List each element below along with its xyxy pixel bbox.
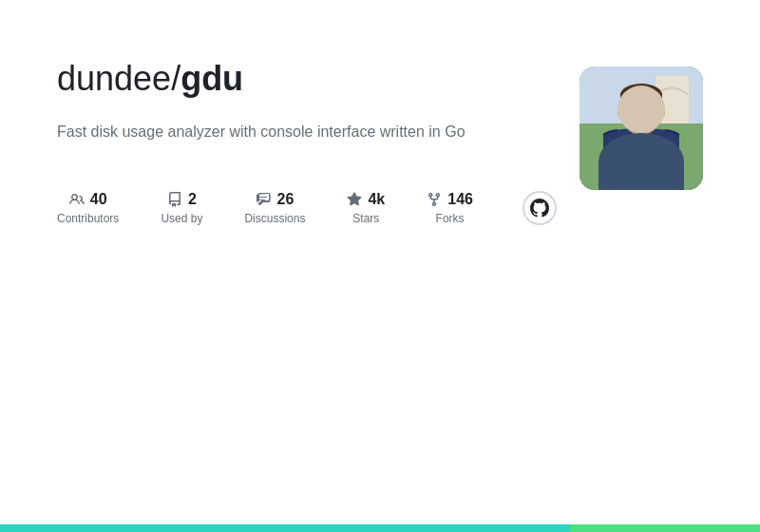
stat-contributors[interactable]: 40 Contributors <box>57 191 119 225</box>
used-by-count: 2 <box>188 191 197 208</box>
used-by-icon <box>167 192 182 207</box>
repo-title: dundee/gdu <box>57 57 580 102</box>
contributors-label: Contributors <box>57 212 119 225</box>
avatar <box>580 66 703 190</box>
left-section: dundee/gdu Fast disk usage analyzer with… <box>57 57 580 225</box>
stat-stars[interactable]: 4k Stars <box>347 191 385 225</box>
avatar-section <box>580 57 703 190</box>
avatar-svg <box>580 66 703 190</box>
stars-count: 4k <box>368 191 385 208</box>
svg-point-10 <box>619 138 625 143</box>
svg-point-4 <box>620 84 662 106</box>
used-by-label: Used by <box>161 212 202 225</box>
contributors-count: 40 <box>90 191 107 208</box>
svg-rect-5 <box>620 93 662 108</box>
discussions-label: Discussions <box>244 212 305 225</box>
contributors-icon <box>69 192 85 207</box>
stat-discussions[interactable]: 26 Discussions <box>244 191 305 225</box>
repo-owner: dundee/ <box>57 59 180 98</box>
repo-name: gdu <box>180 59 243 98</box>
discussions-icon <box>256 192 272 207</box>
stat-used-by[interactable]: 2 Used by <box>161 191 202 225</box>
discussions-count: 26 <box>277 191 294 208</box>
forks-label: Forks <box>436 212 465 225</box>
stat-forks[interactable]: 146 Forks <box>427 191 473 225</box>
github-button[interactable] <box>522 191 557 225</box>
stats-row: 40 Contributors 2 Used by <box>57 191 580 225</box>
stars-icon <box>347 192 362 207</box>
repo-description: Fast disk usage analyzer with console in… <box>57 121 513 143</box>
bar-segment-green <box>570 524 760 532</box>
svg-point-6 <box>631 107 636 114</box>
bar-segment-cyan <box>0 524 570 532</box>
page-container: dundee/gdu Fast disk usage analyzer with… <box>0 0 760 532</box>
forks-icon <box>427 192 442 207</box>
stars-label: Stars <box>352 212 379 225</box>
forks-count: 146 <box>447 191 473 208</box>
svg-rect-2 <box>656 76 689 124</box>
svg-point-9 <box>659 109 665 117</box>
bottom-bar <box>0 524 760 532</box>
svg-point-7 <box>646 107 652 114</box>
main-content: dundee/gdu Fast disk usage analyzer with… <box>0 0 760 524</box>
svg-point-3 <box>620 89 662 135</box>
svg-point-8 <box>618 109 623 117</box>
